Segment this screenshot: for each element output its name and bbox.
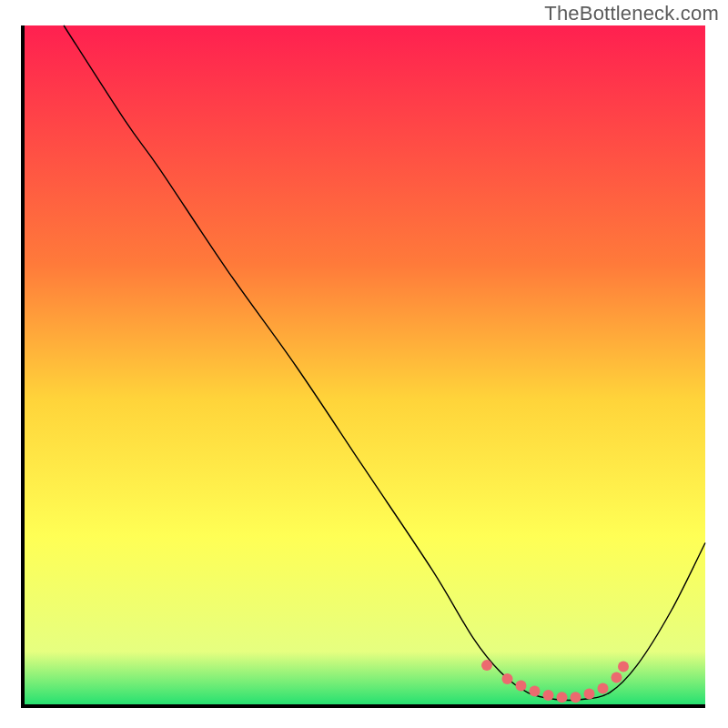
fit-zone-dot [571,692,581,703]
fit-zone-dot [516,681,527,692]
fit-zone-dot [598,683,609,694]
fit-zone-dot [618,662,629,672]
fit-zone-dot [543,690,554,701]
chart-frame: TheBottleneck.com [0,0,728,728]
bottleneck-chart [0,0,728,728]
fit-zone-dot [557,692,568,703]
fit-zone-dot [481,660,492,671]
watermark-text: TheBottleneck.com [544,2,719,25]
fit-zone-dot [612,672,622,683]
fit-zone-dot [584,689,595,700]
fit-zone-dot [502,673,513,684]
fit-zone-dot [530,686,541,697]
gradient-background [23,25,705,706]
